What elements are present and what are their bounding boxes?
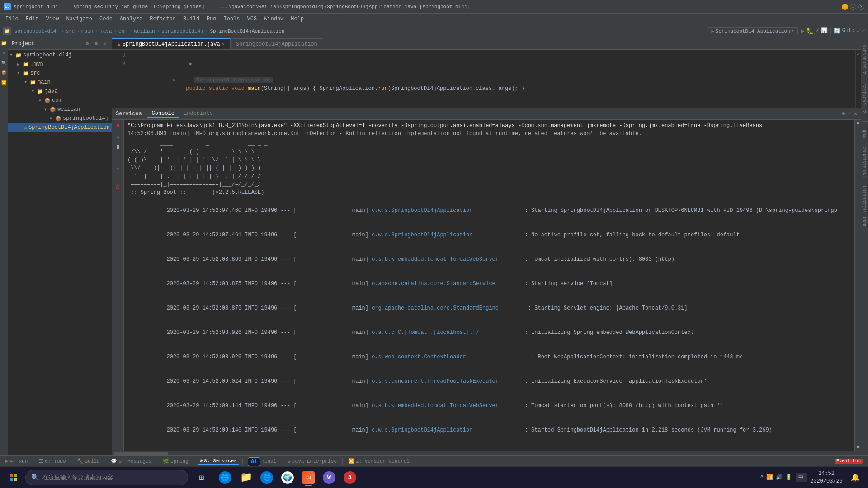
git-button[interactable]: Git: <box>842 28 855 34</box>
vtab-persistence[interactable]: Persistence <box>861 144 868 179</box>
run-button[interactable]: ▶ <box>801 27 804 35</box>
tray-network[interactable]: 📶 <box>766 474 773 481</box>
maximize-button[interactable]: □ <box>850 4 856 10</box>
scroll-up-icon[interactable]: ▲ <box>856 121 859 126</box>
breadcrumb-springbootdl4j[interactable]: springbootdl4j <box>161 28 203 34</box>
vtab-bean-validation[interactable]: Bean Validation <box>861 183 868 229</box>
step-icon[interactable]: ⬇ <box>114 154 122 162</box>
console-output[interactable]: "C:\Program Files\Java\jdk1.8.0_231\bin\… <box>124 120 854 451</box>
rerun-icon[interactable]: ↺ <box>114 132 122 141</box>
console-scrollbar[interactable] <box>112 451 861 455</box>
tray-battery[interactable]: 🔋 <box>785 474 792 481</box>
vtab-web[interactable]: Web <box>861 127 868 141</box>
toolbar-spring[interactable]: 🌿 Spring <box>161 458 190 465</box>
menu-vcs[interactable]: VCS <box>244 15 261 23</box>
services-gear-icon[interactable]: ≡ <box>848 110 851 117</box>
breadcrumb-com[interactable]: com <box>118 28 127 34</box>
menu-build[interactable]: Build <box>179 15 203 23</box>
toolbar-todo[interactable]: ☰ 6: TODO <box>37 458 67 465</box>
menu-analyze[interactable]: Analyze <box>116 15 146 23</box>
toolbar-java-enterprise[interactable]: ☕ Java Enterprise <box>286 458 339 465</box>
taskbar-task-view[interactable]: ⊞ <box>192 468 212 488</box>
sidebar-icon-2[interactable]: ⚙ <box>1 50 7 56</box>
clear-icon[interactable]: 🗑 <box>114 183 122 191</box>
project-icon[interactable]: 📁 <box>3 27 11 35</box>
tree-item-java[interactable]: ▼ 📁 java <box>8 87 112 96</box>
services-tab-endpoints[interactable]: Endpoints <box>179 109 217 118</box>
menu-view[interactable]: View <box>42 15 63 23</box>
update-button[interactable]: 🔄 <box>834 28 840 34</box>
ai-badge[interactable]: Ai <box>248 457 260 466</box>
scrollbar-thumb[interactable] <box>114 452 168 455</box>
toolbar-services[interactable]: ⚙ 8: Services <box>198 457 239 465</box>
breadcrumb-project[interactable]: springboot-dl4j <box>14 28 59 34</box>
menu-edit[interactable]: Edit <box>22 15 42 23</box>
tree-item-src[interactable]: ▼ 📁 src <box>8 69 112 78</box>
profile-button[interactable]: 📊 <box>821 27 828 35</box>
minimize-button[interactable]: — <box>842 4 848 10</box>
tree-item-main[interactable]: ▼ 📁 main <box>8 78 112 87</box>
panel-icon-close[interactable]: ✕ <box>102 41 108 47</box>
menu-help[interactable]: Help <box>287 15 307 23</box>
tree-item-application[interactable]: ▶ ☕ SpringBootDl4jApplication <box>8 123 112 132</box>
menu-tools[interactable]: Tools <box>220 15 244 23</box>
step2-icon[interactable]: ⬆ <box>114 165 122 173</box>
tree-item-springbootdl4j-pkg[interactable]: ▼ 📦 springbootdl4j <box>8 114 112 123</box>
vtab-structure[interactable]: Z Structure <box>861 42 868 77</box>
tray-expand[interactable]: ^ <box>760 474 764 481</box>
taskbar-app-app1[interactable]: W <box>319 468 339 488</box>
tree-item-root[interactable]: ▼ 📁 springboot-dl4j <box>8 51 112 60</box>
notification-button[interactable]: 🔔 <box>846 468 864 488</box>
coverage-button[interactable]: ⚡ <box>816 27 819 35</box>
breadcrumb-file[interactable]: SpringBootDl4jApplication <box>210 28 284 34</box>
taskbar-search[interactable]: 🔍 在这里输入你要搜索的内容 <box>25 470 188 485</box>
tab-springboot-app[interactable]: SpringbootDl4jApplication <box>231 38 323 49</box>
breadcrumb-java[interactable]: java <box>100 28 112 34</box>
menu-window[interactable]: Window <box>260 15 287 23</box>
services-tab-console[interactable]: Console <box>147 109 179 118</box>
debug-button[interactable]: 🐛 <box>806 27 814 35</box>
menu-file[interactable]: File <box>2 15 22 23</box>
start-button[interactable] <box>4 468 24 488</box>
tree-item-mvn[interactable]: ▶ 📁 .mvn <box>8 60 112 69</box>
tab-application-java[interactable]: ☕ SpringBootDl4jApplication.java ✕ <box>112 38 231 49</box>
tab-close-1[interactable]: ✕ <box>222 42 225 47</box>
services-close-icon[interactable]: ✕ <box>854 110 857 117</box>
run-stop-icon[interactable]: ■ <box>114 122 122 130</box>
menu-run[interactable]: Run <box>203 15 220 23</box>
clock[interactable]: 14:52 2020/03/29 <box>810 470 843 485</box>
tree-item-com[interactable]: ▼ 📦 com <box>8 96 112 105</box>
panel-icon-settings[interactable]: ⚙ <box>85 41 90 47</box>
close-button[interactable]: ✕ <box>858 4 864 10</box>
toolbar-event-log[interactable]: Event Log <box>833 458 864 464</box>
run-config-selector[interactable]: ▶ SpringbootDl4jApplication ▼ <box>708 27 798 35</box>
menu-refactor[interactable]: Refactor <box>146 15 179 23</box>
tree-item-weilian[interactable]: ▼ 📦 weilian <box>8 105 112 114</box>
toolbar-version-control[interactable]: 🔀 2: Version Control <box>346 458 411 465</box>
vtab-favorites[interactable]: Z Favorites <box>861 80 868 116</box>
breadcrumb-weilian[interactable]: weilian <box>134 28 155 34</box>
breadcrumb-main[interactable]: main <box>81 28 93 34</box>
taskbar-app-intellij[interactable]: IJ <box>298 468 318 488</box>
menu-code[interactable]: Code <box>96 15 116 23</box>
taskbar-app-explorer[interactable]: 📁 <box>236 468 256 488</box>
menu-navigate[interactable]: Navigate <box>62 15 96 23</box>
toolbar-run[interactable]: ▶ 4: Run <box>4 458 29 465</box>
breadcrumb-src[interactable]: src <box>66 28 75 34</box>
sidebar-icon-4[interactable]: 📦 <box>1 70 7 76</box>
pause-icon[interactable]: ⏸ <box>114 143 122 151</box>
taskbar-app-edge[interactable]: 🌐 <box>215 468 235 488</box>
services-settings-icon[interactable]: ⚙ <box>842 110 845 117</box>
taskbar-app-browser[interactable]: 🌐 <box>257 468 277 488</box>
sidebar-icon-3[interactable]: 🔍 <box>1 60 7 66</box>
toolbar-messages[interactable]: 💬 0: Messages <box>109 458 153 465</box>
code-content[interactable]: ▶ ▶ public static void main(String[] arg… <box>130 50 855 108</box>
taskbar-app-app2[interactable]: A <box>340 468 360 488</box>
tray-volume[interactable]: 🔊 <box>776 474 783 481</box>
toolbar-build[interactable]: 🔨 Build <box>75 458 101 465</box>
language-button[interactable]: 中 <box>796 473 807 482</box>
scroll-down-icon[interactable]: ▼ <box>856 445 859 450</box>
panel-icon-gear[interactable]: ≡ <box>94 41 99 47</box>
sidebar-icon-5[interactable]: 🔀 <box>1 80 7 86</box>
taskbar-app-chrome[interactable]: 🌍 <box>278 468 297 488</box>
